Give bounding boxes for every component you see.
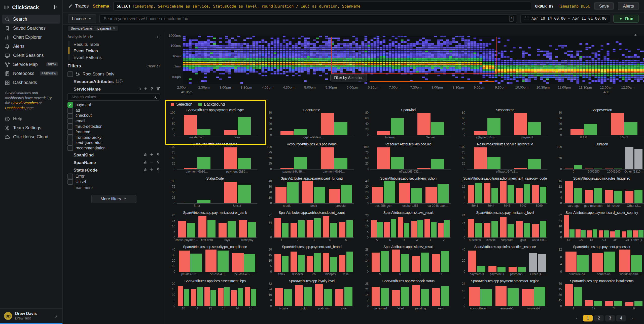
filter-by-selection-tooltip[interactable]: Filter by Selection [330, 74, 367, 82]
sidebar-item-help[interactable]: Help [2, 114, 60, 124]
checkbox[interactable] [67, 107, 73, 113]
sidebar-item-chart-explorer[interactable]: Chart Explorer [2, 33, 60, 42]
mini-chart-spanattributes-app-payment-card-funding[interactable]: SpanAttributes.app.payment.card_funding4… [263, 176, 360, 210]
filter-group-spanname[interactable]: SpanName [67, 158, 160, 166]
mini-chart-spanattributes-app-payment-card-level[interactable]: SpanAttributes.app.payment.card_level241… [457, 210, 553, 244]
filter-option-load-generator[interactable]: load-generator [67, 140, 160, 146]
checkbox-checked[interactable]: ✓ [67, 102, 73, 108]
mini-chart-spanattributes-app-payment-processor[interactable]: SpanAttributes.app.payment.processor1284… [553, 244, 644, 278]
chart-icon[interactable] [143, 153, 148, 157]
checkbox[interactable] [67, 140, 73, 146]
pin-icon[interactable] [150, 87, 154, 91]
mini-chart-spanattributes-app-loyalty-level[interactable]: SpanAttributes.app.loyalty.level32241680… [263, 278, 360, 312]
mini-chart-spankind[interactable]: SpanKind806040200InternalServer [360, 107, 457, 141]
analysis-mode-event-patterns[interactable]: Event Patterns [68, 54, 160, 60]
sidebar-item-saved-searches[interactable]: Saved Searches [2, 24, 60, 33]
mini-chart-spanattributes-app-payment-processor-region[interactable]: SpanAttributes.app.payment.processor_reg… [457, 278, 553, 312]
save-button[interactable]: Save [594, 2, 614, 10]
filter-group-resourceattributes[interactable]: ResourceAttributes{13} [67, 77, 160, 85]
mini-chart-duration[interactable]: Duration1005000100268010042640Other (181… [553, 141, 644, 176]
mini-chart-resourceattributes-k8s-pod-name[interactable]: ResourceAttributes.k8s.pod.name100755025… [263, 141, 360, 176]
search-values-input[interactable] [70, 94, 152, 100]
checkbox[interactable] [67, 179, 73, 185]
page-1[interactable]: 1 [583, 315, 593, 321]
order-by-clause[interactable]: ORDER BY Timestamp DESC [535, 4, 590, 8]
sidebar-item-dashboards[interactable]: Dashboards [2, 78, 60, 87]
mini-chart-spanattributes-app-payment-card-type[interactable]: SpanAttributes.app.payment.card_type1007… [167, 107, 263, 141]
more-filters-button[interactable]: More filters [91, 195, 136, 203]
load-more[interactable]: Load more [67, 185, 160, 191]
pin-icon[interactable] [156, 160, 160, 165]
mini-chart-spanattributes-app-payment-card-brand[interactable]: SpanAttributes.app.payment.card_brand201… [263, 244, 360, 278]
mini-chart-spanattributes-app-infra-handler-instance[interactable]: SpanAttributes.app.infra.handler_instanc… [457, 244, 553, 278]
filter-group-spankind[interactable]: SpanKind [67, 151, 160, 158]
filter-option-payment[interactable]: ✓payment [67, 102, 160, 108]
mini-chart-spanattributes-app-risk-rules-triggered[interactable]: SpanAttributes.app.risk.rules_triggered1… [553, 176, 644, 210]
mini-chart-spanattributes-app-security-pci-compliance[interactable]: SpanAttributes.app.security.pci_complian… [167, 244, 263, 278]
user-menu[interactable]: DD Drew Davis Drew Test [0, 308, 62, 324]
root-spans-only-filter[interactable]: Root Spans Only [67, 70, 160, 77]
filter-option-checkout[interactable]: checkout [67, 113, 160, 118]
heatmap-selection-box[interactable] [331, 37, 497, 74]
page-2[interactable]: 2 [594, 315, 604, 321]
plus-icon[interactable] [143, 87, 148, 91]
plus-icon[interactable] [150, 153, 154, 157]
pin-icon[interactable] [156, 168, 160, 172]
mini-chart-statuscode[interactable]: StatusCode1007550250ErrorUnset [167, 176, 263, 210]
checkbox[interactable] [67, 174, 73, 179]
mini-chart-resourceattributes-k8s-pod-uid[interactable]: ResourceAttributes.k8s.pod.uid1007550250… [360, 141, 457, 176]
filter-option-frontend[interactable]: frontend [67, 129, 160, 135]
filter-option-unset[interactable]: Unset [67, 179, 160, 185]
dashboards-link[interactable]: Dashboards [5, 106, 25, 110]
clear-all-link[interactable]: Clear all [147, 64, 160, 68]
filter-option-frontend-proxy[interactable]: frontend-proxy [67, 135, 160, 140]
sidebar-item-notebooks[interactable]: NotebooksPREVIEW [2, 69, 60, 78]
minus-icon[interactable] [150, 160, 154, 165]
mini-chart-spanname[interactable]: SpanName806040200grpc.oteldem… [263, 107, 360, 141]
mini-chart-resourceattributes-host-name[interactable]: ResourceAttributes.host.name1007550250pa… [167, 141, 263, 176]
run-button[interactable]: Run [614, 14, 639, 22]
mini-chart-spanattributes-app-transaction-installments[interactable]: SpanAttributes.app.transaction.installme… [553, 278, 644, 312]
checkbox[interactable] [67, 71, 73, 77]
checkbox[interactable] [67, 135, 73, 140]
filter-chip-servicename[interactable]: ServiceName = payment × [68, 25, 118, 31]
filter-group-servicename[interactable]: ServiceName [67, 85, 160, 93]
filter-option-email[interactable]: email [67, 118, 160, 124]
heatmap-brush-range[interactable] [370, 81, 494, 82]
search-input[interactable] [103, 15, 507, 21]
checkbox[interactable] [67, 146, 73, 151]
chart-icon[interactable] [143, 160, 148, 165]
checkbox[interactable] [67, 113, 73, 118]
sql-editor[interactable]: SELECT Timestamp, ServiceName as service… [113, 2, 531, 11]
sidebar-item-search[interactable]: Search [2, 15, 60, 24]
chart-icon[interactable] [137, 87, 141, 91]
mini-chart-spanattributes-app-risk-avs-result[interactable]: SpanAttributes.app.risk.avs_result201510… [360, 210, 457, 244]
page-4[interactable]: 4 [616, 315, 626, 321]
latency-heatmap[interactable]: Filter by Selection [183, 36, 644, 84]
page-3[interactable]: 3 [605, 315, 615, 321]
pin-icon[interactable] [156, 153, 160, 157]
filter-option-error[interactable]: Error [67, 174, 160, 179]
page-prev[interactable]: ‹ [572, 315, 582, 321]
filter-option-ad[interactable]: ad [67, 108, 160, 113]
page-next[interactable]: › [627, 315, 637, 321]
sidebar-item-alerts[interactable]: Alerts [2, 42, 60, 51]
mini-chart-spanattributes-app-risk-cvv-result[interactable]: SpanAttributes.app.risk.cvv_result282114… [360, 244, 457, 278]
sidebar-item-clickhouse-cloud[interactable]: ClickHouse Cloud [2, 133, 60, 142]
mini-chart-spanattributes-app-webhook-status[interactable]: SpanAttributes.app.webhook.status2821147… [360, 278, 457, 312]
analysis-mode-event-deltas[interactable]: Event Deltas [68, 47, 160, 54]
alerts-button[interactable]: Alerts [618, 2, 639, 10]
mini-chart-spanattributes-app-payment-acquirer-bank[interactable]: SpanAttributes.app.payment.acquirer_bank… [167, 210, 263, 244]
checkbox[interactable] [67, 129, 73, 135]
mini-chart-resourceattributes-service-instance-id[interactable]: ResourceAttributes.service.instance.id10… [457, 141, 553, 176]
mini-chart-spanattributes-app-security-encryption[interactable]: SpanAttributes.app.security.encryption40… [360, 176, 457, 210]
chart-icon[interactable] [143, 168, 148, 172]
collapse-sidebar-icon[interactable] [53, 5, 58, 10]
analysis-mode-results-table[interactable]: Results Table [68, 41, 160, 47]
sidebar-item-team-settings[interactable]: Team Settings [2, 124, 60, 133]
mini-chart-spanattributes-app-webhook-endpoint-count[interactable]: SpanAttributes.app.webhook.endpoint_coun… [263, 210, 360, 244]
mini-chart-scopename[interactable]: ScopeName806040200@hyperdx/ins…payment [457, 107, 553, 141]
source-selector[interactable]: Traces [68, 4, 89, 9]
remove-filter-icon[interactable]: × [113, 26, 115, 30]
sidebar-item-service-map[interactable]: Service MapBETA [2, 60, 60, 69]
